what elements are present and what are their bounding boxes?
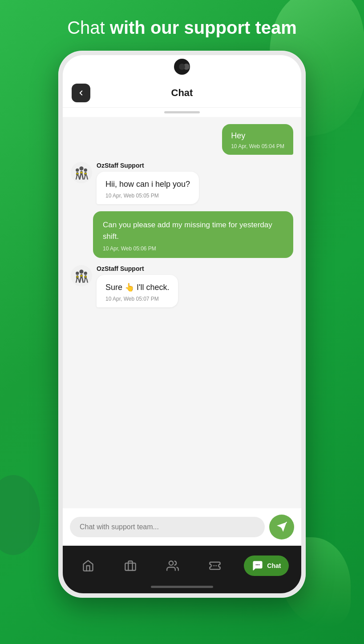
svg-point-39: [259, 564, 260, 565]
svg-rect-19: [80, 275, 83, 277]
app-title: Chat: [171, 87, 193, 99]
input-area: [63, 508, 301, 546]
svg-point-15: [79, 270, 83, 274]
svg-line-9: [80, 175, 81, 179]
svg-point-16: [76, 272, 79, 275]
svg-rect-8: [84, 173, 87, 174]
svg-rect-21: [76, 276, 79, 278]
svg-marker-31: [277, 522, 287, 532]
message-text: Hii, how can i help you?: [105, 179, 190, 190]
svg-point-0: [79, 166, 83, 170]
message-text: Hey: [231, 131, 284, 141]
outgoing-bubble-long: Can you please add my missing time for y…: [93, 211, 293, 258]
svg-point-17: [84, 272, 87, 275]
nav-chat-label: Chat: [267, 562, 281, 569]
outgoing-bubble: Hey 10 Apr, Web 05:04 PM: [222, 124, 293, 155]
message-text: Can you please add my missing time for y…: [103, 219, 283, 242]
message-row: OzStaff Support Hii, how can i help you?…: [71, 162, 293, 204]
message-content: OzStaff Support Hii, how can i help you?…: [97, 162, 199, 204]
svg-line-25: [82, 278, 83, 282]
message-timestamp: 10 Apr, Web 05:06 PM: [103, 246, 283, 252]
svg-line-10: [82, 175, 83, 179]
svg-point-38: [257, 564, 258, 565]
svg-line-24: [80, 278, 81, 282]
sender-name: OzStaff Support: [97, 162, 199, 169]
svg-line-29: [87, 279, 88, 282]
svg-rect-23: [84, 276, 87, 278]
sender-name: OzStaff Support: [97, 265, 178, 272]
incoming-bubble: Hii, how can i help you? 10 Apr, Web 05:…: [97, 172, 199, 204]
camera-notch: [174, 59, 190, 75]
svg-rect-6: [76, 173, 79, 174]
back-button[interactable]: [72, 84, 90, 102]
chat-area[interactable]: Hey 10 Apr, Web 05:04 PM: [63, 117, 301, 508]
svg-rect-4: [80, 172, 83, 173]
send-button[interactable]: [269, 515, 294, 539]
svg-line-11: [76, 176, 77, 179]
message-row: Hey 10 Apr, Web 05:04 PM: [71, 124, 293, 155]
svg-rect-32: [125, 563, 136, 570]
bottom-nav: Chat: [63, 546, 301, 586]
nav-item-chat[interactable]: Chat: [244, 555, 289, 576]
svg-line-13: [84, 176, 85, 179]
message-row: Can you please add my missing time for y…: [71, 211, 293, 258]
status-bar: [63, 55, 301, 78]
scroll-indicator: [63, 108, 301, 117]
message-timestamp: 10 Apr, Web 05:04 PM: [231, 143, 284, 149]
svg-point-33: [169, 561, 173, 565]
svg-point-1: [76, 169, 79, 172]
svg-point-37: [256, 564, 257, 565]
svg-line-28: [84, 279, 85, 282]
message-content: OzStaff Support Sure 👆 I'll check. 10 Ap…: [97, 265, 178, 307]
svg-line-12: [79, 176, 80, 179]
home-indicator: [63, 586, 301, 593]
app-header: Chat: [63, 78, 301, 108]
page-header: Chat with our support team: [49, 17, 315, 38]
nav-item-tickets[interactable]: [202, 556, 228, 576]
nav-item-home[interactable]: [75, 556, 101, 576]
message-timestamp: 10 Apr, Web 05:07 PM: [105, 296, 169, 302]
header-text-bold: with our support team: [110, 18, 297, 37]
scroll-bar: [164, 111, 200, 113]
header-text-normal: Chat: [67, 18, 110, 37]
message-text: Sure 👆 I'll check.: [105, 282, 169, 293]
svg-point-2: [84, 169, 87, 172]
svg-line-14: [87, 176, 88, 179]
svg-line-27: [79, 279, 80, 282]
avatar: [71, 265, 92, 286]
message-row: OzStaff Support Sure 👆 I'll check. 10 Ap…: [71, 265, 293, 307]
avatar: [71, 162, 92, 183]
home-bar: [151, 586, 213, 588]
phone-inner: Chat Hey 10 Apr, Web 05:04 PM: [63, 55, 301, 593]
chat-input[interactable]: [70, 517, 265, 537]
svg-line-26: [76, 279, 77, 282]
phone-frame: Chat Hey 10 Apr, Web 05:04 PM: [58, 51, 306, 598]
nav-item-team[interactable]: [159, 556, 186, 576]
incoming-bubble: Sure 👆 I'll check. 10 Apr, Web 05:07 PM: [97, 275, 178, 307]
nav-item-jobs[interactable]: [117, 556, 144, 576]
message-timestamp: 10 Apr, Web 05:05 PM: [105, 193, 190, 199]
